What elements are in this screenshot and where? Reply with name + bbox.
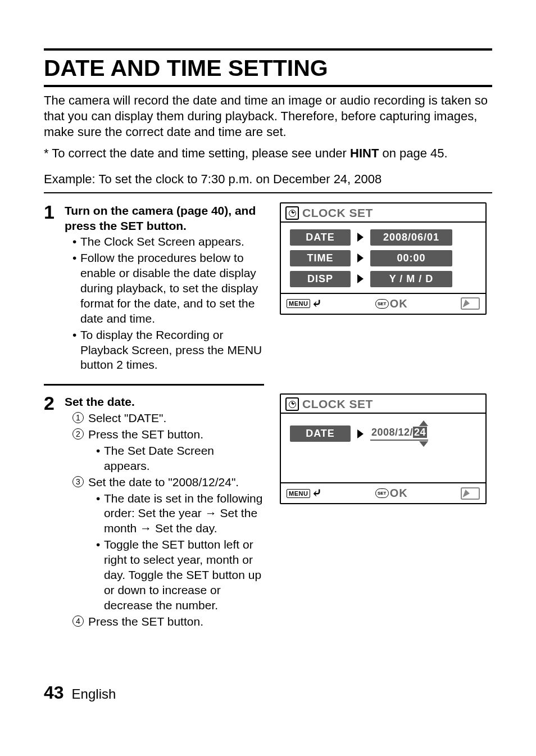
page-language: English: [72, 686, 116, 702]
lcd2-date-label: DATE: [290, 425, 351, 442]
step-2-c2-s1: The Set Date Screen appears.: [96, 443, 263, 474]
step-1-body: Turn on the camera (page 40), and press …: [65, 203, 269, 374]
step-2-c2: Press the SET button. The Set Date Scree…: [72, 427, 263, 474]
menu-label: MENU: [287, 489, 310, 498]
ok-label: OK: [390, 297, 408, 310]
triangle-right-icon: [357, 429, 364, 438]
lcd2-footer: MENU ⤶ SET OK: [281, 482, 485, 503]
step-2-c1: Select "DATE".: [72, 411, 263, 426]
step-1-bullet-3: To display the Recording or Playback Scr…: [72, 328, 263, 373]
lcd-date-edit: CLOCK SET DATE 2008/12/24: [280, 393, 487, 504]
lcd1-date-value: 2008/06/01: [370, 229, 452, 246]
lcd1-ok-group: SET OK: [375, 297, 408, 310]
step-2-c3: Set the date to "2008/12/24". The date i…: [72, 475, 263, 613]
rule-top: [44, 48, 492, 51]
step-2-c3-sub: The date is set in the following order: …: [88, 491, 263, 613]
lcd1-date-label: DATE: [290, 229, 351, 246]
page-number: 43: [44, 682, 64, 703]
page-tab-icon: [461, 487, 480, 500]
step-1-number: 1: [44, 202, 54, 221]
intro-p2-pre: * To correct the date and time setting, …: [44, 146, 350, 160]
page-footer: 43 English: [44, 682, 116, 703]
rule-under-title: [44, 85, 492, 87]
intro-paragraph-2: * To correct the date and time setting, …: [44, 146, 492, 161]
example-line: Example: To set the clock to 7:30 p.m. o…: [44, 172, 492, 187]
intro-p2-post: on page 45.: [379, 146, 447, 160]
step-1-bullets: The Clock Set Screen appears. Follow the…: [65, 234, 263, 373]
set-button-icon: SET: [375, 299, 389, 309]
ok-label: OK: [390, 487, 408, 500]
lcd-clock-set-menu: CLOCK SET DATE 2008/06/01 TIME 00:00 DIS…: [280, 202, 487, 315]
manual-page: DATE AND TIME SETTING The camera will re…: [0, 0, 536, 756]
lcd1-row-disp: DISP Y / M / D: [290, 271, 476, 287]
lcd1-time-value: 00:00: [370, 250, 452, 266]
lcd2-title-text: CLOCK SET: [302, 397, 373, 411]
step-2-body: Set the date. Select "DATE". Press the S…: [65, 395, 269, 630]
triangle-right-icon: [357, 274, 364, 283]
step-1-bullet-2: Follow the procedures below to enable or…: [72, 251, 263, 326]
step-2-c2-sub: The Set Date Screen appears.: [88, 443, 263, 474]
step-2-c2-text: Press the SET button.: [88, 428, 203, 441]
page-tab-icon: [461, 297, 480, 310]
step-2-left: 2 Set the date. Select "DATE". Press the…: [44, 391, 269, 630]
lcd1-title-bar: CLOCK SET: [281, 203, 485, 223]
step-1-row: 1 Turn on the camera (page 40), and pres…: [44, 200, 492, 392]
step-1-title: Turn on the camera (page 40), and press …: [65, 203, 263, 234]
lcd2-title-bar: CLOCK SET: [281, 395, 485, 414]
lcd1-row-date: DATE 2008/06/01: [290, 229, 476, 246]
lcd2-row-date: DATE 2008/12/24: [290, 420, 476, 447]
set-button-icon: SET: [375, 488, 389, 498]
rule-under-example: [44, 192, 492, 193]
return-arrow-icon: ⤶: [312, 488, 322, 498]
lcd1-footer: MENU ⤶ SET OK: [281, 293, 485, 314]
lcd2-date-active-day: 24: [413, 427, 427, 438]
lcd2-date-prefix: 2008/12/: [371, 427, 413, 438]
clock-icon: [285, 206, 299, 220]
lcd2-body: DATE 2008/12/24: [281, 414, 485, 482]
step-1-left: 1 Turn on the camera (page 40), and pres…: [44, 200, 269, 392]
step-2: 2 Set the date. Select "DATE". Press the…: [44, 395, 269, 630]
lcd1-time-label: TIME: [290, 250, 351, 266]
lcd2-ok-group: SET OK: [375, 487, 408, 500]
step-2-c3-s1: The date is set in the following order: …: [96, 491, 263, 537]
step-2-c4: Press the SET button.: [72, 614, 263, 630]
return-arrow-icon: ⤶: [312, 299, 322, 309]
triangle-up-icon: [419, 420, 428, 426]
step-1-bullet-1: The Clock Set Screen appears.: [72, 234, 263, 250]
intro-p2-hint: HINT: [350, 146, 379, 160]
step-2-title: Set the date.: [65, 395, 263, 410]
intro-paragraph-1: The camera will record the date and time…: [44, 93, 492, 140]
step-1-figure-col: CLOCK SET DATE 2008/06/01 TIME 00:00 DIS…: [280, 200, 487, 315]
triangle-right-icon: [357, 253, 364, 262]
step-2-row: 2 Set the date. Select "DATE". Press the…: [44, 391, 492, 630]
lcd2-menu-return: MENU ⤶: [287, 488, 322, 498]
triangle-right-icon: [357, 233, 364, 242]
lcd1-row-time: TIME 00:00: [290, 250, 476, 266]
step-1-2-divider: [44, 384, 264, 386]
lcd1-disp-label: DISP: [290, 271, 351, 287]
step-2-c3-s2: Toggle the SET button left or right to s…: [96, 537, 263, 613]
clock-icon: [285, 397, 299, 411]
page-title: DATE AND TIME SETTING: [44, 55, 492, 82]
menu-label: MENU: [287, 299, 310, 308]
lcd2-date-edit: 2008/12/24: [370, 427, 428, 441]
lcd1-body: DATE 2008/06/01 TIME 00:00 DISP Y / M / …: [281, 223, 485, 293]
lcd1-title-text: CLOCK SET: [302, 206, 373, 220]
lcd2-date-edit-wrap: 2008/12/24: [370, 420, 428, 447]
step-2-c3-text: Set the date to "2008/12/24".: [88, 476, 239, 488]
step-2-number: 2: [44, 393, 54, 413]
lcd1-disp-value: Y / M / D: [370, 271, 452, 287]
triangle-down-icon: [419, 441, 428, 447]
step-2-circled-list: Select "DATE". Press the SET button. The…: [65, 411, 263, 629]
step-2-figure-col: CLOCK SET DATE 2008/12/24: [280, 391, 487, 504]
lcd1-menu-return: MENU ⤶: [287, 299, 322, 309]
step-1: 1 Turn on the camera (page 40), and pres…: [44, 203, 269, 374]
